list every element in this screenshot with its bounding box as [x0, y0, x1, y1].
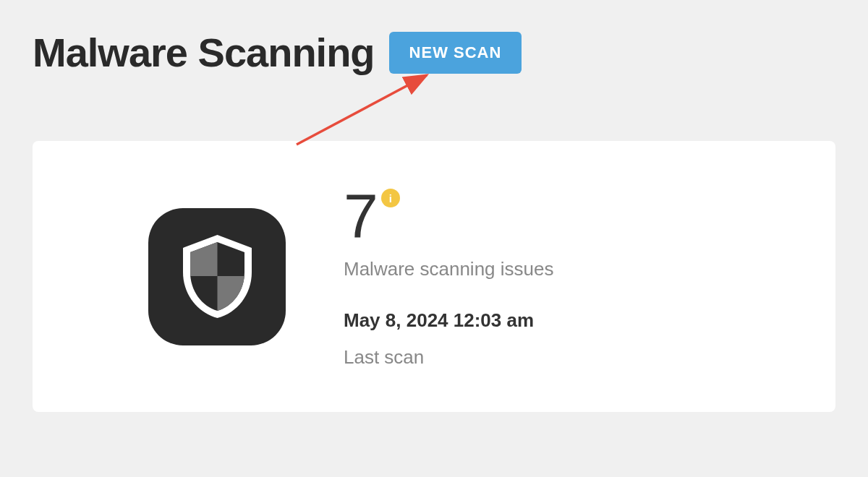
shield-icon	[183, 235, 252, 318]
last-scan-label: Last scan	[344, 346, 792, 369]
malware-summary-card: 7 i Malware scanning issues May 8, 2024 …	[33, 141, 835, 412]
page-header: Malware Scanning NEW SCAN	[0, 0, 868, 98]
issue-count: 7	[344, 184, 378, 246]
info-icon[interactable]: i	[381, 189, 400, 207]
icon-section	[76, 208, 286, 345]
shield-app-icon	[148, 208, 286, 345]
new-scan-button[interactable]: NEW SCAN	[389, 32, 522, 74]
last-scan-date: May 8, 2024 12:03 am	[344, 309, 792, 332]
info-section: 7 i Malware scanning issues May 8, 2024 …	[344, 184, 792, 369]
issues-label: Malware scanning issues	[344, 258, 792, 280]
count-row: 7 i	[344, 184, 792, 246]
page-title: Malware Scanning	[33, 29, 375, 76]
